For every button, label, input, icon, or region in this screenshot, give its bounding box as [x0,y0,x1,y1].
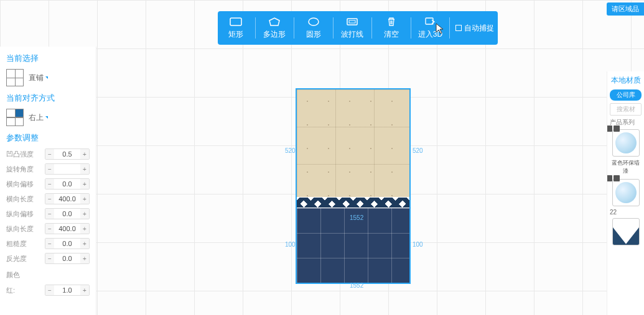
material-sphere-icon [612,179,640,206]
stepper-plus[interactable]: + [80,253,89,263]
align-label: 右上 [29,112,48,123]
right-panel: 本地材质 公司库 搜索材 产品系列 蓝色环保墙漆 22 [607,71,644,315]
send-icon[interactable] [607,175,612,181]
material-search[interactable]: 搜索材 [610,103,642,116]
color-label: 颜色 [6,270,90,280]
section-selection-title: 当前选择 [6,53,90,64]
dimension-label: 100 [285,241,296,248]
dimension-label: 100 [413,241,423,248]
param-label: 横向长度 [6,194,41,204]
param-stepper[interactable]: − 0.0 + [45,208,90,219]
stepper-minus[interactable]: − [45,239,54,249]
chevron-left-icon[interactable] [607,190,607,196]
param-stepper[interactable]: − 0.0 + [45,178,90,189]
tool-clear[interactable]: 清空 [373,11,409,45]
param-row: 纵向长度 − 400.0 + [6,223,90,234]
design-top-tile[interactable] [297,89,409,197]
stepper-value[interactable]: 0.0 [54,240,80,247]
stepper-plus[interactable]: + [80,194,89,204]
trash-icon [385,16,398,27]
tool-circle[interactable]: 圆形 [296,11,332,45]
stepper-value[interactable]: 400.0 [54,195,80,203]
design-accent-strip[interactable] [297,197,409,208]
param-stepper[interactable]: − 400.0 + [45,193,90,204]
stepper-value[interactable]: 0.0 [54,255,80,262]
param-label: 旋转角度 [6,165,41,174]
tool-auto-capture[interactable]: 自动捕捉 [451,23,498,34]
dimension-label: 520 [413,147,423,154]
section-align-title: 当前对齐方式 [6,93,90,104]
param-label: 纵向长度 [6,224,41,234]
tool-label: 矩形 [228,29,243,40]
region-label-button[interactable]: 请区域品 [607,2,644,16]
param-label: 纵向偏移 [6,209,41,219]
param-stepper[interactable]: − 1.0 + [45,285,90,296]
chevron-left-icon[interactable] [607,140,607,147]
design-selection[interactable] [296,88,411,284]
param-label: 横向偏移 [6,180,41,189]
top-toolbar: 矩形 多边形 圆形 波打线 清空 进入3D 自动捕捉 [218,11,498,45]
stepper-value[interactable]: 0.0 [54,180,80,188]
dimension-label: 520 [285,147,296,154]
stepper-plus[interactable]: + [80,209,89,219]
send-icon[interactable] [607,126,612,132]
stepper-minus[interactable]: − [45,149,54,159]
stepper-minus[interactable]: − [45,224,54,234]
param-row: 红: − 1.0 + [6,285,90,296]
tile-pattern-icon [6,69,24,86]
svg-point-2 [309,18,319,25]
left-panel: 当前选择 直铺 当前对齐方式 右上 参数调整 凹凸强度 − 0.5 + 旋转角度… [0,47,96,315]
stepper-plus[interactable]: + [80,239,89,249]
stepper-plus[interactable]: + [80,179,89,189]
material-sphere-icon [612,129,640,157]
stepper-plus[interactable]: + [80,164,89,174]
material-swatch-item[interactable] [610,218,642,245]
stepper-minus[interactable]: − [45,253,54,263]
rectangle-icon [229,16,243,27]
delete-icon[interactable] [614,126,620,132]
enter3d-icon [423,16,437,27]
material-swatch-item[interactable] [610,179,642,206]
tool-label: 多边形 [263,29,286,40]
param-stepper[interactable]: − 400.0 + [45,223,90,234]
param-stepper[interactable]: − + [45,163,90,175]
dimension-label: 1552 [350,282,363,289]
param-label: 粗糙度 [6,239,41,249]
material-swatch-item[interactable] [610,129,642,157]
param-label: 凹凸强度 [6,150,41,159]
stepper-plus[interactable]: + [80,224,89,234]
stepper-plus[interactable]: + [80,149,89,159]
dimension-label: 1552 [350,214,363,221]
stepper-value[interactable]: 0.5 [54,150,80,158]
tool-polygon[interactable]: 多边形 [257,11,293,45]
param-row: 粗糙度 − 0.0 + [6,238,90,249]
tool-waveline[interactable]: 波打线 [335,11,371,45]
param-label: 红: [6,286,25,295]
tool-enter3d[interactable]: 进入3D [413,11,449,45]
stepper-minus[interactable]: − [45,164,54,174]
stepper-minus[interactable]: − [45,209,54,219]
param-stepper[interactable]: − 0.0 + [45,238,90,249]
stepper-minus[interactable]: − [45,194,54,204]
waveline-icon [345,16,359,27]
stepper-value[interactable]: 1.0 [54,286,80,294]
stepper-plus[interactable]: + [80,285,89,295]
stepper-value[interactable]: 400.0 [54,225,80,232]
selection-row[interactable]: 直铺 [6,69,90,86]
library-tab[interactable]: 公司库 [610,89,642,101]
align-row[interactable]: 右上 [6,109,90,126]
tool-label: 圆形 [306,29,321,40]
param-row: 横向长度 − 400.0 + [6,193,90,204]
stepper-minus[interactable]: − [45,179,54,189]
tool-rectangle[interactable]: 矩形 [218,11,254,45]
param-stepper[interactable]: − 0.0 + [45,253,90,264]
param-stepper[interactable]: − 0.5 + [45,148,90,160]
stepper-value[interactable]: 0.0 [54,210,80,217]
stepper-minus[interactable]: − [45,285,54,295]
right-panel-title: 本地材质 [610,75,642,86]
align-pattern-icon [6,109,24,126]
material-tile-icon [612,218,640,245]
section-params-title: 参数调整 [6,132,90,144]
delete-icon[interactable] [614,175,620,181]
param-row: 凹凸强度 − 0.5 + [6,148,90,160]
